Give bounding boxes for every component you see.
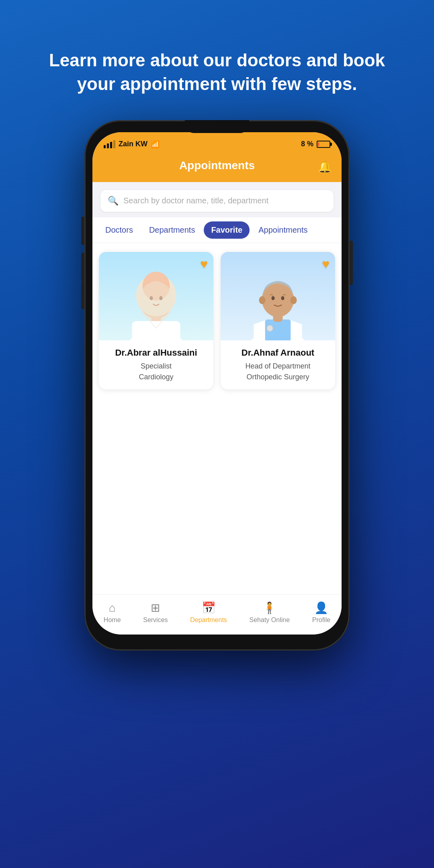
battery-icon (317, 141, 330, 148)
status-bar: Zain KW 📶 8 % (92, 132, 342, 153)
card-image-wrap-1: ♥ (99, 252, 213, 340)
svg-point-17 (281, 296, 285, 300)
nav-departments-label: Departments (190, 616, 227, 624)
battery-percent: 8 % (301, 140, 313, 148)
search-placeholder: Search by doctor name, title, department (123, 196, 268, 205)
card-info-1: Dr.Abrar alHussaini Specialist Cardiolog… (99, 340, 213, 389)
nav-profile[interactable]: 👤 Profile (312, 601, 330, 624)
svg-point-15 (291, 296, 297, 304)
status-right: 8 % (301, 140, 330, 148)
tab-doctors[interactable]: Doctors (98, 221, 140, 239)
tab-departments[interactable]: Departments (142, 221, 203, 239)
app-title: Appointments (179, 159, 255, 172)
doctor-name-1: Dr.Abrar alHussaini (104, 348, 208, 358)
phone-mockup: Zain KW 📶 8 % Appointments 🔔 🔍 (84, 120, 350, 651)
doctor-department-2: Orthopedic Surgery (226, 373, 330, 381)
nav-profile-label: Profile (312, 616, 330, 624)
nav-services-label: Services (143, 616, 168, 624)
nav-departments[interactable]: 📅 Departments (190, 601, 227, 624)
svg-point-16 (272, 296, 275, 300)
doctor-name-2: Dr.Ahnaf Arnaout (226, 348, 330, 358)
doctor-title-1: Specialist (104, 362, 208, 371)
nav-sehaty-label: Sehaty Online (250, 616, 290, 624)
nav-sehaty[interactable]: 🧍 Sehaty Online (250, 601, 290, 624)
nav-services[interactable]: ⊞ Services (143, 601, 168, 624)
home-icon: ⌂ (109, 602, 116, 614)
profile-icon: 👤 (314, 601, 328, 614)
doctor-image-2 (221, 252, 335, 340)
hero-text: Learn more about our doctors and book yo… (0, 48, 434, 96)
services-icon: ⊞ (151, 601, 160, 614)
card-image-wrap-2: ♥ (221, 252, 335, 340)
favorite-heart-1[interactable]: ♥ (200, 257, 208, 272)
app-header: Appointments 🔔 (92, 153, 342, 182)
search-area: 🔍 Search by doctor name, title, departme… (92, 182, 342, 217)
sehaty-icon: 🧍 (262, 601, 276, 614)
signal-icon (104, 140, 115, 148)
nav-home-label: Home (104, 616, 121, 624)
doctor-card-1[interactable]: ♥ Dr.Abrar alHussaini Specialist Cardiol… (99, 252, 213, 389)
search-box[interactable]: 🔍 Search by doctor name, title, departme… (100, 190, 334, 212)
search-icon: 🔍 (108, 196, 119, 206)
content-area: ♥ Dr.Abrar alHussaini Specialist Cardiol… (92, 243, 342, 594)
departments-icon: 📅 (202, 601, 216, 614)
doctor-title-2: Head of Department (226, 362, 330, 371)
doctors-grid: ♥ Dr.Abrar alHussaini Specialist Cardiol… (99, 252, 335, 389)
bottom-nav: ⌂ Home ⊞ Services 📅 Departments 🧍 Sehaty… (92, 594, 342, 635)
nav-home[interactable]: ⌂ Home (104, 602, 121, 624)
card-info-2: Dr.Ahnaf Arnaout Head of Department Orth… (221, 340, 335, 389)
doctor-image-1 (99, 252, 213, 340)
tabs-bar: Doctors Departments Favorite Appointment… (92, 217, 342, 243)
wifi-icon: 📶 (151, 140, 160, 149)
doctor-card-2[interactable]: ♥ Dr.Ahnaf Arnaout Head of Department Or… (221, 252, 335, 389)
tab-favorite[interactable]: Favorite (204, 221, 250, 239)
svg-point-18 (267, 325, 273, 332)
phone-screen: Zain KW 📶 8 % Appointments 🔔 🔍 (92, 132, 342, 635)
phone-notch (185, 120, 249, 133)
tab-appointments[interactable]: Appointments (251, 221, 315, 239)
carrier-text: Zain KW (119, 140, 147, 148)
svg-point-14 (259, 296, 266, 304)
status-left: Zain KW 📶 (104, 140, 160, 149)
doctor-department-1: Cardiology (104, 373, 208, 381)
bell-icon[interactable]: 🔔 (318, 160, 332, 174)
favorite-heart-2[interactable]: ♥ (322, 257, 330, 272)
